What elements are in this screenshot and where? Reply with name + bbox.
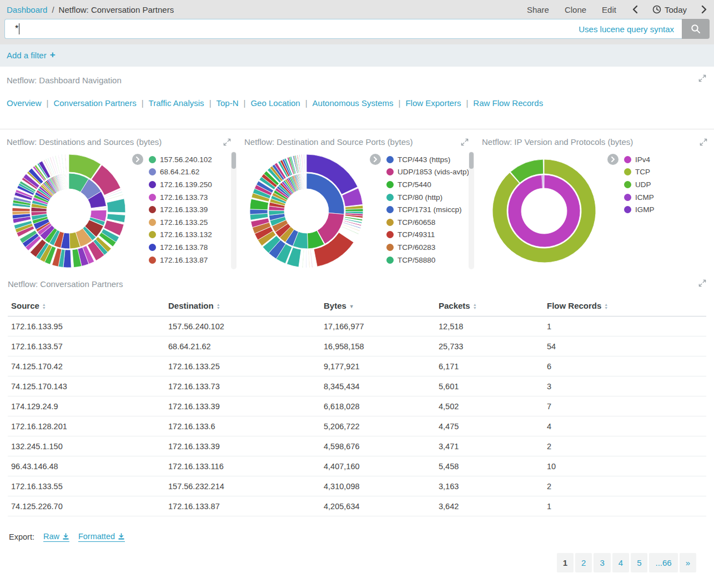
chart-slice[interactable]: [308, 250, 309, 268]
column-header-destination[interactable]: Destination▲▼: [165, 296, 320, 316]
legend-label: TCP: [635, 168, 650, 176]
nav-link-traffic-analysis[interactable]: Traffic Analysis: [149, 98, 204, 108]
column-header-flow-records[interactable]: Flow Records▲▼: [544, 296, 706, 316]
nav-link-overview[interactable]: Overview: [7, 98, 42, 108]
legend-item[interactable]: TCP/5440: [386, 178, 470, 191]
search-button[interactable]: [682, 19, 710, 39]
next-page-button[interactable]: »: [680, 553, 696, 572]
legend-label: 157.56.240.102: [160, 155, 212, 164]
sunburst-chart[interactable]: [244, 149, 369, 273]
chart-slice[interactable]: [304, 154, 305, 172]
legend-label: TCP/1731 (msiccp): [398, 205, 462, 214]
page-button-66[interactable]: ...66: [649, 553, 677, 572]
expand-panel-button[interactable]: [698, 74, 706, 84]
page-button-1[interactable]: 1: [557, 553, 574, 572]
legend-item[interactable]: 172.16.133.39: [149, 203, 232, 216]
legend-item[interactable]: TCP/443 (https): [386, 153, 470, 166]
nav-link-flow-exporters[interactable]: Flow Exporters: [405, 98, 461, 108]
chart-slice[interactable]: [65, 154, 67, 172]
legend-item[interactable]: TCP: [624, 166, 708, 179]
edit-button[interactable]: Edit: [602, 5, 616, 14]
page-button-5[interactable]: 5: [631, 553, 647, 572]
chart-slice[interactable]: [250, 209, 268, 214]
chart-slice[interactable]: [107, 199, 125, 213]
donut-chart[interactable]: [482, 149, 606, 273]
legend-collapse-button[interactable]: [370, 154, 381, 165]
scrollbar-thumb[interactable]: [232, 152, 236, 169]
table-cell: 4,502: [435, 396, 544, 416]
legend-item[interactable]: TCP/80 (http): [386, 191, 470, 204]
legend-item[interactable]: ICMP: [624, 191, 708, 204]
time-back-button[interactable]: [632, 5, 638, 14]
chart-slice[interactable]: [62, 155, 64, 173]
export-formatted-link[interactable]: Formatted: [78, 532, 125, 542]
nav-link-conversation-partners[interactable]: Conversation Partners: [53, 98, 136, 108]
lucene-syntax-link[interactable]: Uses lucene query syntax: [579, 24, 674, 34]
legend-label: TCP/49311: [398, 230, 435, 239]
time-range-button[interactable]: Today: [652, 5, 687, 14]
panel-destinations-sources: Netflow: Destinations and Sources (bytes…: [0, 129, 238, 273]
dashboard-nav-links: Overview|Conversation Partners|Traffic A…: [7, 98, 707, 108]
legend-label: 172.16.133.73: [160, 193, 208, 202]
legend-collapse-button[interactable]: [607, 154, 619, 165]
legend-item[interactable]: TCP/1731 (msiccp): [386, 203, 470, 216]
expand-panel-button[interactable]: [461, 138, 469, 148]
legend-scrollbar[interactable]: [231, 152, 237, 269]
chart-slice[interactable]: [12, 208, 30, 211]
add-filter-label: Add a filter: [7, 51, 47, 60]
chart-slice[interactable]: [106, 194, 123, 200]
legend-scrollbar[interactable]: [469, 152, 474, 269]
time-forward-button[interactable]: [701, 5, 707, 14]
clone-button[interactable]: Clone: [565, 5, 586, 14]
legend-item[interactable]: 68.64.21.62: [149, 166, 232, 179]
legend-collapse-button[interactable]: [132, 154, 143, 165]
legend-item[interactable]: 172.16.139.250: [149, 178, 232, 191]
scrollbar-thumb[interactable]: [469, 152, 474, 169]
page-button-4[interactable]: 4: [612, 553, 629, 572]
table-cell: 157.56.232.214: [165, 476, 320, 496]
legend-item[interactable]: IGMP: [624, 203, 708, 216]
table-cell: 2: [544, 436, 706, 456]
chart-slice[interactable]: [67, 173, 68, 189]
expand-panel-button[interactable]: [223, 138, 231, 148]
legend-item[interactable]: TCP/49311: [386, 229, 470, 242]
column-header-source[interactable]: Source▲▼: [8, 296, 165, 316]
table-row: 132.245.1.150172.16.133.394,598,6763,471…: [8, 436, 706, 456]
legend-item[interactable]: 157.56.240.102: [149, 153, 232, 166]
legend-item[interactable]: TCP/58880: [386, 254, 470, 267]
legend-item[interactable]: 172.16.133.87: [149, 254, 232, 267]
legend-item[interactable]: UDP: [624, 178, 708, 191]
table-cell: 4,205,634: [320, 496, 435, 516]
chart-slice[interactable]: [303, 250, 304, 268]
sunburst-chart[interactable]: [7, 149, 131, 273]
nav-link-geo-location[interactable]: Geo Location: [250, 98, 300, 108]
table-cell: 74.125.226.70: [8, 496, 165, 516]
query-input[interactable]: * Uses lucene query syntax: [4, 19, 682, 39]
legend-item[interactable]: 172.16.133.132: [149, 229, 232, 242]
legend-item[interactable]: TCP/60658: [386, 216, 470, 229]
nav-link-top-n[interactable]: Top-N: [217, 98, 239, 108]
expand-panel-button[interactable]: [698, 279, 706, 289]
expand-panel-button[interactable]: [700, 138, 707, 148]
chart-slice[interactable]: [345, 209, 363, 212]
breadcrumb-dashboard-link[interactable]: Dashboard: [7, 5, 47, 14]
legend-item[interactable]: IPv4: [624, 153, 708, 166]
chart-slice[interactable]: [306, 250, 306, 268]
legend-item[interactable]: 172.16.133.78: [149, 241, 232, 254]
column-header-packets[interactable]: Packets▲▼: [435, 296, 544, 316]
legend-item[interactable]: TCP/60283: [386, 241, 470, 254]
chart-slice[interactable]: [508, 175, 580, 247]
column-header-bytes[interactable]: Bytes▼: [320, 296, 435, 316]
legend-item[interactable]: UDP/1853 (vids-avtp): [386, 166, 470, 179]
nav-link-raw-flow-records[interactable]: Raw Flow Records: [473, 98, 543, 108]
export-raw-link[interactable]: Raw: [43, 532, 69, 542]
legend-item[interactable]: 172.16.133.25: [149, 216, 232, 229]
nav-link-autonomous-systems[interactable]: Autonomous Systems: [313, 98, 394, 108]
share-button[interactable]: Share: [527, 5, 549, 14]
page-button-3[interactable]: 3: [594, 553, 610, 572]
add-filter-button[interactable]: Add a filter +: [7, 49, 56, 61]
table-cell: 10: [544, 456, 706, 476]
page-button-2[interactable]: 2: [575, 553, 592, 572]
chart-slice[interactable]: [310, 250, 313, 268]
legend-item[interactable]: 172.16.133.73: [149, 191, 232, 204]
